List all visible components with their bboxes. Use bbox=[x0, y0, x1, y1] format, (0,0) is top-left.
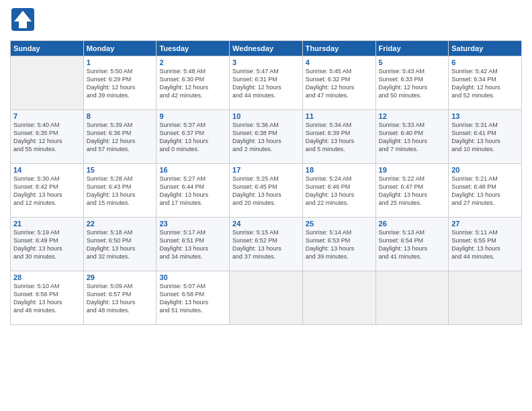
day-cell: 4Sunrise: 5:45 AM Sunset: 6:32 PM Daylig… bbox=[302, 56, 375, 110]
day-cell: 17Sunrise: 5:25 AM Sunset: 6:45 PM Dayli… bbox=[230, 164, 303, 218]
day-info: Sunrise: 5:39 AM Sunset: 6:36 PM Dayligh… bbox=[87, 121, 154, 154]
day-info: Sunrise: 5:34 AM Sunset: 6:39 PM Dayligh… bbox=[306, 121, 373, 154]
header-row: SundayMondayTuesdayWednesdayThursdayFrid… bbox=[11, 41, 522, 56]
day-cell: 10Sunrise: 5:36 AM Sunset: 6:38 PM Dayli… bbox=[230, 110, 303, 164]
day-cell: 5Sunrise: 5:43 AM Sunset: 6:33 PM Daylig… bbox=[375, 56, 449, 110]
day-info: Sunrise: 5:15 AM Sunset: 6:52 PM Dayligh… bbox=[232, 228, 300, 261]
day-number: 28 bbox=[13, 273, 81, 281]
calendar-table: SundayMondayTuesdayWednesdayThursdayFrid… bbox=[10, 40, 522, 325]
day-number: 7 bbox=[13, 112, 81, 120]
day-number: 14 bbox=[13, 166, 81, 174]
day-cell: 20Sunrise: 5:21 AM Sunset: 6:48 PM Dayli… bbox=[449, 164, 522, 218]
day-info: Sunrise: 5:07 AM Sunset: 6:58 PM Dayligh… bbox=[159, 282, 226, 315]
day-cell: 28Sunrise: 5:10 AM Sunset: 6:56 PM Dayli… bbox=[11, 271, 84, 325]
day-number: 20 bbox=[451, 166, 519, 174]
day-number: 27 bbox=[451, 220, 519, 228]
day-info: Sunrise: 5:27 AM Sunset: 6:44 PM Dayligh… bbox=[159, 175, 226, 208]
day-cell: 9Sunrise: 5:37 AM Sunset: 6:37 PM Daylig… bbox=[157, 110, 230, 164]
day-number: 11 bbox=[306, 112, 373, 120]
day-info: Sunrise: 5:28 AM Sunset: 6:43 PM Dayligh… bbox=[87, 175, 154, 208]
day-info: Sunrise: 5:21 AM Sunset: 6:48 PM Dayligh… bbox=[451, 175, 519, 208]
day-cell: 2Sunrise: 5:48 AM Sunset: 6:30 PM Daylig… bbox=[157, 56, 230, 110]
day-cell bbox=[230, 271, 303, 325]
day-number: 3 bbox=[232, 58, 300, 66]
day-cell: 1Sunrise: 5:50 AM Sunset: 6:29 PM Daylig… bbox=[83, 56, 157, 110]
day-info: Sunrise: 5:11 AM Sunset: 6:55 PM Dayligh… bbox=[451, 228, 519, 261]
week-row-2: 7Sunrise: 5:40 AM Sunset: 6:35 PM Daylig… bbox=[11, 110, 522, 164]
day-cell: 19Sunrise: 5:22 AM Sunset: 6:47 PM Dayli… bbox=[375, 164, 449, 218]
day-cell bbox=[11, 56, 84, 110]
day-info: Sunrise: 5:17 AM Sunset: 6:51 PM Dayligh… bbox=[159, 228, 226, 261]
day-number: 8 bbox=[87, 112, 154, 120]
day-info: Sunrise: 5:48 AM Sunset: 6:30 PM Dayligh… bbox=[159, 67, 226, 100]
day-cell: 27Sunrise: 5:11 AM Sunset: 6:55 PM Dayli… bbox=[449, 218, 522, 271]
day-number: 29 bbox=[87, 273, 154, 281]
day-cell: 24Sunrise: 5:15 AM Sunset: 6:52 PM Dayli… bbox=[230, 218, 303, 271]
day-number: 23 bbox=[159, 220, 226, 228]
day-info: Sunrise: 5:09 AM Sunset: 6:57 PM Dayligh… bbox=[87, 282, 154, 315]
header bbox=[10, 7, 522, 35]
day-header-thursday: Thursday bbox=[302, 41, 375, 56]
day-info: Sunrise: 5:25 AM Sunset: 6:45 PM Dayligh… bbox=[232, 175, 300, 208]
week-row-5: 28Sunrise: 5:10 AM Sunset: 6:56 PM Dayli… bbox=[11, 271, 522, 325]
day-info: Sunrise: 5:42 AM Sunset: 6:34 PM Dayligh… bbox=[451, 67, 519, 100]
day-number: 1 bbox=[87, 58, 154, 66]
day-number: 5 bbox=[379, 58, 446, 66]
day-number: 19 bbox=[379, 166, 446, 174]
day-cell: 7Sunrise: 5:40 AM Sunset: 6:35 PM Daylig… bbox=[11, 110, 84, 164]
day-number: 15 bbox=[87, 166, 154, 174]
day-number: 30 bbox=[159, 273, 226, 281]
day-cell bbox=[449, 271, 522, 325]
day-cell: 12Sunrise: 5:33 AM Sunset: 6:40 PM Dayli… bbox=[375, 110, 449, 164]
day-number: 4 bbox=[306, 58, 373, 66]
day-info: Sunrise: 5:24 AM Sunset: 6:46 PM Dayligh… bbox=[306, 175, 373, 208]
day-cell: 22Sunrise: 5:18 AM Sunset: 6:50 PM Dayli… bbox=[83, 218, 157, 271]
day-header-sunday: Sunday bbox=[11, 41, 84, 56]
day-cell: 23Sunrise: 5:17 AM Sunset: 6:51 PM Dayli… bbox=[157, 218, 230, 271]
day-number: 6 bbox=[451, 58, 519, 66]
day-header-monday: Monday bbox=[83, 41, 157, 56]
day-number: 16 bbox=[159, 166, 226, 174]
day-cell: 25Sunrise: 5:14 AM Sunset: 6:53 PM Dayli… bbox=[302, 218, 375, 271]
day-info: Sunrise: 5:47 AM Sunset: 6:31 PM Dayligh… bbox=[232, 67, 300, 100]
week-row-4: 21Sunrise: 5:19 AM Sunset: 6:49 PM Dayli… bbox=[11, 218, 522, 271]
day-number: 9 bbox=[159, 112, 226, 120]
day-number: 26 bbox=[379, 220, 446, 228]
day-info: Sunrise: 5:36 AM Sunset: 6:38 PM Dayligh… bbox=[232, 121, 300, 154]
day-header-tuesday: Tuesday bbox=[157, 41, 230, 56]
svg-rect-2 bbox=[19, 21, 27, 28]
day-cell bbox=[302, 271, 375, 325]
main-container: SundayMondayTuesdayWednesdayThursdayFrid… bbox=[0, 0, 532, 332]
logo bbox=[10, 7, 38, 35]
day-info: Sunrise: 5:50 AM Sunset: 6:29 PM Dayligh… bbox=[87, 67, 154, 100]
day-cell: 6Sunrise: 5:42 AM Sunset: 6:34 PM Daylig… bbox=[449, 56, 522, 110]
day-number: 22 bbox=[87, 220, 154, 228]
day-cell: 8Sunrise: 5:39 AM Sunset: 6:36 PM Daylig… bbox=[83, 110, 157, 164]
day-cell bbox=[375, 271, 449, 325]
logo-mark bbox=[10, 7, 36, 35]
day-info: Sunrise: 5:45 AM Sunset: 6:32 PM Dayligh… bbox=[306, 67, 373, 100]
day-number: 12 bbox=[379, 112, 446, 120]
day-cell: 30Sunrise: 5:07 AM Sunset: 6:58 PM Dayli… bbox=[157, 271, 230, 325]
day-cell: 14Sunrise: 5:30 AM Sunset: 6:42 PM Dayli… bbox=[11, 164, 84, 218]
day-cell: 15Sunrise: 5:28 AM Sunset: 6:43 PM Dayli… bbox=[83, 164, 157, 218]
day-info: Sunrise: 5:31 AM Sunset: 6:41 PM Dayligh… bbox=[451, 121, 519, 154]
day-info: Sunrise: 5:40 AM Sunset: 6:35 PM Dayligh… bbox=[13, 121, 81, 154]
day-cell: 29Sunrise: 5:09 AM Sunset: 6:57 PM Dayli… bbox=[83, 271, 157, 325]
day-number: 10 bbox=[232, 112, 300, 120]
day-number: 17 bbox=[232, 166, 300, 174]
day-header-wednesday: Wednesday bbox=[230, 41, 303, 56]
day-number: 2 bbox=[159, 58, 226, 66]
day-cell: 18Sunrise: 5:24 AM Sunset: 6:46 PM Dayli… bbox=[302, 164, 375, 218]
day-cell: 21Sunrise: 5:19 AM Sunset: 6:49 PM Dayli… bbox=[11, 218, 84, 271]
day-cell: 13Sunrise: 5:31 AM Sunset: 6:41 PM Dayli… bbox=[449, 110, 522, 164]
day-info: Sunrise: 5:43 AM Sunset: 6:33 PM Dayligh… bbox=[379, 67, 446, 100]
day-number: 25 bbox=[306, 220, 373, 228]
day-info: Sunrise: 5:13 AM Sunset: 6:54 PM Dayligh… bbox=[379, 228, 446, 261]
day-header-friday: Friday bbox=[375, 41, 449, 56]
day-info: Sunrise: 5:30 AM Sunset: 6:42 PM Dayligh… bbox=[13, 175, 81, 208]
day-info: Sunrise: 5:18 AM Sunset: 6:50 PM Dayligh… bbox=[87, 228, 154, 261]
day-number: 13 bbox=[451, 112, 519, 120]
week-row-1: 1Sunrise: 5:50 AM Sunset: 6:29 PM Daylig… bbox=[11, 56, 522, 110]
day-cell: 26Sunrise: 5:13 AM Sunset: 6:54 PM Dayli… bbox=[375, 218, 449, 271]
